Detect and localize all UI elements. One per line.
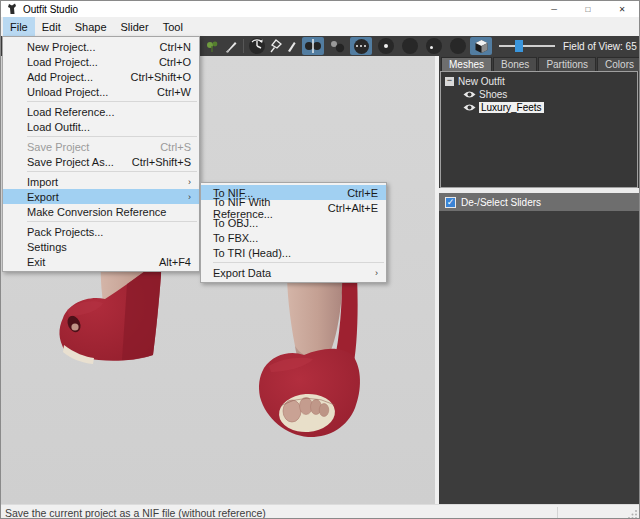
fov-slider-thumb[interactable] [515, 40, 523, 52]
connected-vertices-toggle-icon[interactable] [326, 37, 348, 55]
deselect-sliders-checkbox[interactable]: ✓ [445, 197, 456, 208]
tab-partitions[interactable]: Partitions [538, 57, 596, 71]
sliders-header: ✓ De-/Select Sliders [439, 193, 639, 211]
menu-item-to-fbx[interactable]: To FBX... [201, 230, 386, 245]
brush-icon[interactable] [222, 37, 240, 55]
app-icon [7, 3, 17, 15]
outfit-studio-window: Outfit Studio ─ □ ✕ File Edit Shape Slid… [0, 0, 640, 519]
brush-falloff-2-icon[interactable] [400, 37, 420, 55]
menu-separator [27, 221, 197, 222]
menu-item-to-nif-with-reference[interactable]: To NIF With Reference... Ctrl+Alt+E [201, 200, 386, 215]
file-dropdown-menu: New Project... Ctrl+N Load Project... Ct… [2, 36, 200, 272]
tab-meshes[interactable]: Meshes [441, 57, 492, 71]
menu-item-export-data[interactable]: Export Data › [201, 265, 386, 280]
menu-separator [213, 262, 384, 263]
menu-item-export[interactable]: Export › [3, 189, 199, 204]
global-brush-toggle-icon[interactable] [350, 37, 372, 55]
menu-tool[interactable]: Tool [156, 17, 190, 36]
menu-item-save-project: Save Project Ctrl+S [3, 139, 199, 154]
menu-item-load-outfit[interactable]: Load Outfit... [3, 119, 199, 134]
menu-separator [27, 171, 197, 172]
status-bar: Save the current project as a NIF file (… [1, 504, 639, 519]
panel-tabs: Meshes Bones Partitions Colors Lights [439, 56, 639, 71]
brush-falloff-1-icon[interactable] [376, 37, 396, 55]
sliders-header-label: De-/Select Sliders [461, 197, 541, 208]
menu-file[interactable]: File [3, 17, 35, 36]
menu-separator [27, 136, 197, 137]
minimize-button[interactable]: ─ [537, 1, 571, 17]
menu-item-load-reference[interactable]: Load Reference... [3, 104, 199, 119]
menu-bar: File Edit Shape Slider Tool [1, 17, 639, 36]
tab-bones[interactable]: Bones [493, 57, 537, 71]
resize-grip-icon[interactable] [628, 509, 638, 519]
export-submenu: To NIF... Ctrl+E To NIF With Reference..… [200, 182, 387, 283]
tree-item-shoes[interactable]: Shoes [479, 89, 507, 100]
menu-item-pack-projects[interactable]: Pack Projects... [3, 224, 199, 239]
tree-row-shoes[interactable]: Shoes [463, 88, 637, 101]
plant-icon[interactable] [204, 37, 220, 55]
sliders-list-empty [439, 211, 639, 504]
maximize-button[interactable]: □ [571, 1, 605, 17]
title-bar: Outfit Studio ─ □ ✕ [1, 1, 639, 17]
menu-item-unload-project[interactable]: Unload Project... Ctrl+W [3, 84, 199, 99]
menu-item-to-tri-head[interactable]: To TRI (Head)... [201, 245, 386, 260]
menu-item-make-conversion-reference[interactable]: Make Conversion Reference [3, 204, 199, 219]
menu-item-save-project-as[interactable]: Save Project As... Ctrl+Shift+S [3, 154, 199, 169]
pin-icon[interactable] [267, 37, 285, 55]
window-controls: ─ □ ✕ [537, 1, 639, 17]
submenu-arrow-icon: › [375, 268, 378, 278]
xmirror-toggle-icon[interactable] [302, 37, 324, 55]
history-icon[interactable] [247, 37, 267, 55]
status-text: Save the current project as a NIF file (… [1, 507, 266, 519]
tree-root-label[interactable]: New Outfit [458, 76, 505, 87]
menu-shape[interactable]: Shape [68, 17, 114, 36]
menu-item-add-project[interactable]: Add Project... Ctrl+Shift+O [3, 69, 199, 84]
fov-label: Field of View: 65 [563, 36, 637, 56]
meshes-tree: − New Outfit Shoes Luxury_Feets [440, 71, 638, 188]
submenu-arrow-icon: › [188, 192, 191, 202]
fov-slider[interactable] [499, 45, 555, 47]
window-title: Outfit Studio [23, 4, 78, 15]
menu-item-new-project[interactable]: New Project... Ctrl+N [3, 39, 199, 54]
menu-item-exit[interactable]: Exit Alt+F4 [3, 254, 199, 269]
collapse-icon[interactable]: − [445, 77, 454, 86]
menu-separator [27, 101, 197, 102]
pen-icon[interactable] [284, 37, 298, 55]
brush-falloff-3-icon[interactable] [424, 37, 444, 55]
visibility-eye-icon[interactable] [463, 103, 476, 112]
brush-falloff-4-icon[interactable] [448, 37, 468, 55]
close-button[interactable]: ✕ [605, 1, 639, 17]
menu-item-settings[interactable]: Settings [3, 239, 199, 254]
menu-slider[interactable]: Slider [114, 17, 156, 36]
menu-item-load-project[interactable]: Load Project... Ctrl+O [3, 54, 199, 69]
right-panel: Meshes Bones Partitions Colors Lights − … [435, 56, 639, 504]
visibility-eye-icon[interactable] [463, 90, 476, 99]
tab-colors[interactable]: Colors [597, 57, 640, 71]
menu-item-import[interactable]: Import › [3, 174, 199, 189]
status-separator [557, 507, 558, 519]
perspective-cube-toggle-icon[interactable] [470, 37, 492, 55]
submenu-arrow-icon: › [188, 177, 191, 187]
tree-row-root[interactable]: − New Outfit [445, 75, 637, 88]
menu-edit[interactable]: Edit [35, 17, 68, 36]
tree-item-luxury-feets[interactable]: Luxury_Feets [479, 102, 544, 113]
toolbar-separator [243, 39, 244, 53]
tree-row-luxury-feets[interactable]: Luxury_Feets [463, 101, 637, 114]
